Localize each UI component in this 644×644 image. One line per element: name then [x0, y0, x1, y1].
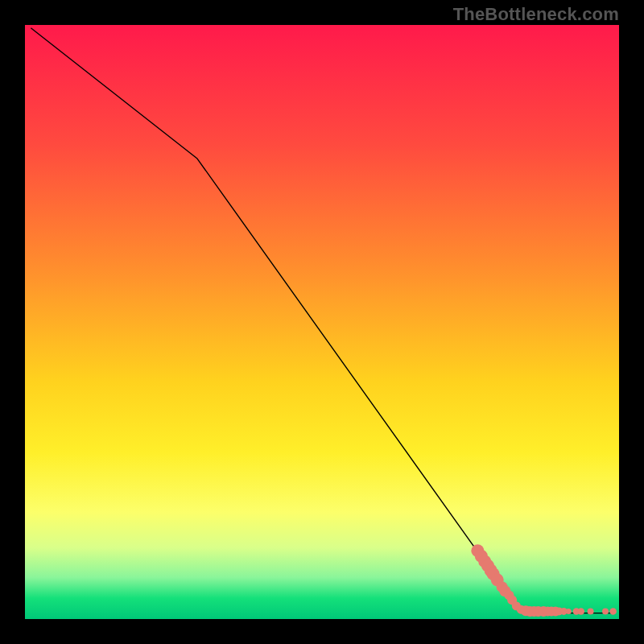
chart-frame: TheBottleneck.com — [0, 0, 644, 644]
marker — [602, 608, 609, 614]
marker — [566, 609, 572, 614]
marker — [578, 608, 585, 615]
marker — [588, 608, 594, 614]
marker — [609, 608, 617, 615]
chart-svg — [25, 25, 619, 619]
watermark-text: TheBottleneck.com — [453, 4, 619, 25]
plot-area — [25, 25, 619, 619]
gradient-bg — [25, 25, 619, 619]
